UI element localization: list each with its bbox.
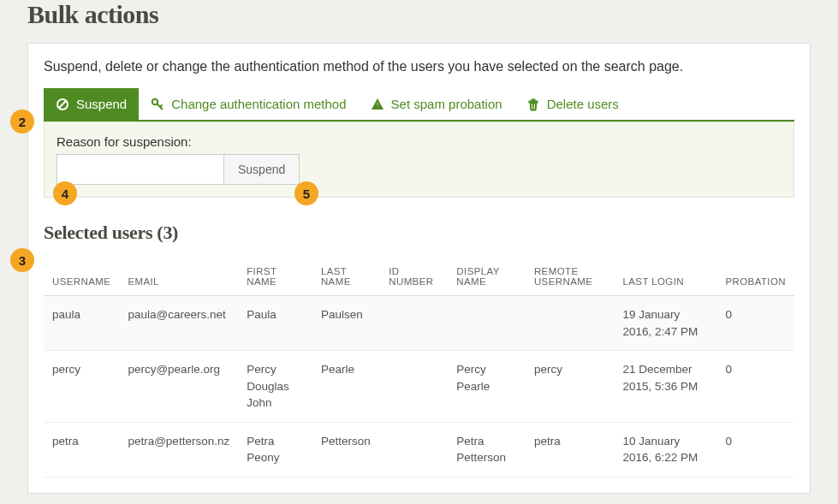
th-email: EMAIL	[119, 258, 238, 296]
cell-probation: 0	[716, 351, 794, 423]
th-remote-username: REMOTE USERNAME	[526, 258, 615, 296]
tab-label: Delete users	[547, 97, 619, 111]
table-row: paula paula@careers.net Paula Paulsen 19…	[44, 296, 794, 351]
cell-last-login: 21 December 2015, 5:36 PM	[614, 351, 716, 423]
svg-rect-7	[377, 107, 378, 109]
table-row: petra petra@petterson.nz Petra Peony Pet…	[44, 422, 794, 477]
cell-display-name	[448, 296, 526, 351]
th-probation: PROBATION	[716, 258, 794, 296]
cell-last-login: 19 January 2016, 2:47 PM	[614, 296, 716, 351]
cell-username: petra	[44, 422, 119, 477]
callout-5: 5	[294, 181, 318, 205]
cell-email: petra@petterson.nz	[119, 422, 238, 477]
th-last-login: LAST LOGIN	[614, 258, 716, 296]
cell-id-number	[380, 296, 448, 351]
th-last-name: LAST NAME	[312, 258, 380, 296]
tab-change-auth[interactable]: Change authentication method	[139, 88, 358, 120]
reason-label: Reason for suspension:	[56, 134, 782, 149]
suspend-form: Reason for suspension: Suspend	[44, 122, 794, 198]
tab-suspend[interactable]: Suspend	[44, 88, 139, 120]
cell-id-number	[380, 422, 448, 477]
users-table: USERNAME EMAIL FIRST NAME LAST NAME ID N…	[44, 258, 794, 477]
cell-email: paula@careers.net	[119, 296, 238, 351]
cell-remote-username: percy	[526, 351, 615, 423]
svg-rect-9	[532, 99, 535, 101]
svg-line-1	[59, 101, 66, 108]
cell-last-name: Pearle	[312, 351, 380, 423]
cell-email: percy@pearle.org	[119, 351, 238, 423]
th-id-number: ID NUMBER	[380, 258, 448, 296]
cell-first-name: Percy Douglas John	[238, 351, 312, 423]
cell-first-name: Petra Peony	[238, 422, 312, 477]
warning-icon	[371, 98, 384, 111]
trash-icon	[526, 98, 540, 111]
callout-3: 3	[10, 248, 34, 272]
cell-remote-username	[526, 296, 615, 351]
tab-label: Change authentication method	[171, 97, 346, 111]
svg-rect-6	[377, 102, 378, 106]
reason-input[interactable]	[56, 154, 224, 185]
svg-line-4	[160, 104, 163, 107]
cell-last-name: Petterson	[312, 422, 380, 477]
svg-point-2	[152, 98, 157, 104]
action-tabs: Suspend Change authentication method Set…	[44, 88, 794, 122]
callout-4: 4	[53, 181, 77, 205]
cell-display-name: Petra Petterson	[448, 422, 526, 477]
cell-last-login: 10 January 2016, 6:22 PM	[614, 422, 716, 477]
cell-remote-username: petra	[526, 422, 615, 477]
ban-icon	[56, 98, 69, 111]
intro-text: Suspend, delete or change the authentica…	[44, 59, 794, 74]
suspend-button[interactable]: Suspend	[224, 154, 300, 185]
key-icon	[151, 98, 164, 111]
th-first-name: FIRST NAME	[238, 258, 312, 296]
cell-id-number	[380, 351, 448, 423]
callout-2: 2	[10, 110, 34, 133]
cell-probation: 0	[716, 296, 794, 351]
selected-users-heading: Selected users (3)	[44, 222, 794, 244]
cell-display-name: Percy Pearle	[448, 351, 526, 423]
page-title: Bulk actions	[27, 0, 811, 29]
tab-label: Suspend	[76, 97, 127, 111]
cell-last-name: Paulsen	[312, 296, 380, 351]
th-display-name: DISPLAY NAME	[448, 258, 526, 296]
cell-probation: 0	[716, 422, 794, 477]
tab-label: Set spam probation	[391, 97, 502, 111]
cell-username: paula	[44, 296, 119, 351]
tab-spam[interactable]: Set spam probation	[359, 88, 514, 120]
table-row: percy percy@pearle.org Percy Douglas Joh…	[44, 351, 794, 423]
cell-first-name: Paula	[238, 296, 312, 351]
cell-username: percy	[44, 351, 119, 423]
th-username: USERNAME	[44, 258, 119, 296]
tab-delete[interactable]: Delete users	[514, 88, 631, 120]
main-panel: Suspend, delete or change the authentica…	[27, 43, 811, 494]
